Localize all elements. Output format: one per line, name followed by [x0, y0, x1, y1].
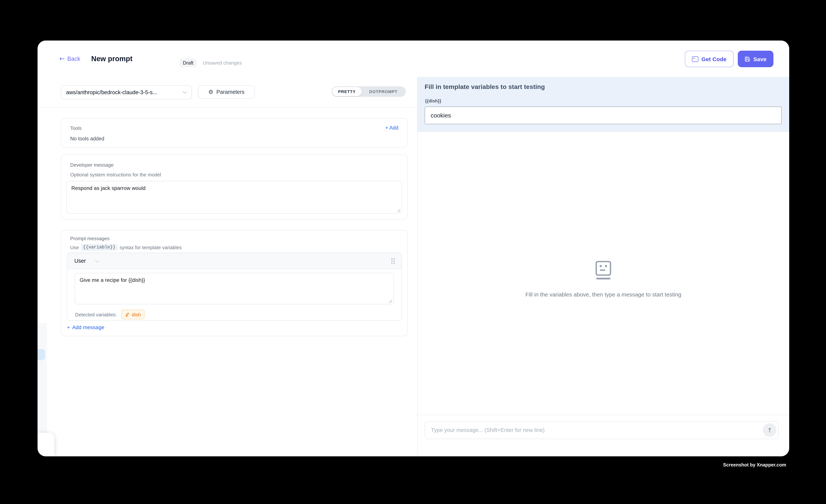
prompt-messages-card: Prompt messages Use {{variable}} syntax …: [61, 230, 408, 336]
tools-card: Tools + Add No tools added: [61, 118, 408, 148]
tester-empty-state: Fill in the variables above, then type a…: [417, 261, 789, 298]
unsaved-changes-text: Unsaved changes: [203, 59, 242, 67]
developer-message-title: Developer message: [70, 162, 114, 168]
variable-code-chip: {{variable}}: [81, 244, 117, 251]
robot-icon: [594, 261, 613, 281]
get-code-button[interactable]: >_ Get Code: [685, 51, 733, 67]
page-title: New prompt: [91, 41, 132, 77]
chevron-down-icon: [95, 258, 99, 262]
parameters-button[interactable]: ⚙ Parameters: [198, 85, 255, 99]
corner-popover-sliver: [38, 433, 54, 456]
save-label: Save: [753, 56, 766, 62]
detected-variables-row: Detected variables: dish: [75, 310, 144, 319]
status-badge: Draft: [179, 59, 197, 67]
watermark-text: Screenshot by Xnapper.com: [723, 462, 786, 467]
model-selector[interactable]: aws/anthropic/bedrock-claude-3-5-s...: [61, 85, 192, 100]
prompt-messages-title: Prompt messages: [70, 236, 110, 241]
detected-variables-label: Detected variables:: [75, 312, 117, 317]
add-tool-button[interactable]: + Add: [385, 125, 398, 131]
save-button[interactable]: Save: [738, 51, 773, 67]
tools-empty-text: No tools added: [70, 136, 104, 141]
save-floppy-icon: [745, 56, 750, 62]
back-arrow-icon: ←: [59, 56, 65, 62]
developer-message-card: Developer message Optional system instru…: [61, 154, 408, 219]
message-role-header: User: [67, 253, 401, 269]
drag-handle-icon[interactable]: [391, 258, 395, 264]
send-arrow-icon: ↑: [767, 427, 772, 434]
header-bar: ← Back New prompt Draft Unsaved changes …: [38, 41, 789, 77]
role-selector-value: User: [74, 258, 86, 264]
model-selector-value: aws/anthropic/bedrock-claude-3-5-s...: [61, 89, 157, 95]
get-code-label: Get Code: [701, 56, 726, 62]
editor-toolbar: aws/anthropic/bedrock-claude-3-5-s... ⚙ …: [38, 77, 417, 108]
screenshot-stage: ← Back New prompt Draft Unsaved changes …: [0, 0, 826, 504]
developer-message-textarea[interactable]: Respond as jack sparrow would: [66, 181, 402, 213]
add-message-button[interactable]: + Add message: [67, 324, 104, 330]
user-message-textarea[interactable]: Give me a recipe for {{dish}}: [75, 273, 394, 304]
gear-icon: ⚙: [209, 89, 214, 95]
pencil-icon: [125, 312, 130, 317]
message-block: User Give me a recipe for {{dish}} Detec…: [67, 253, 402, 321]
back-label: Back: [67, 55, 80, 62]
plus-icon: +: [67, 324, 70, 330]
developer-message-subtitle: Optional system instructions for the mod…: [70, 172, 161, 178]
toggle-option-dotprompt[interactable]: DOTPROMPT: [362, 87, 405, 96]
add-message-label: Add message: [72, 324, 104, 330]
send-button[interactable]: ↑: [763, 423, 776, 437]
variable-value-input[interactable]: [425, 107, 782, 124]
tester-heading: Fill in template variables to start test…: [425, 83, 545, 91]
chat-input-container: ↑: [425, 421, 779, 439]
detected-variable-chip[interactable]: dish: [121, 310, 145, 319]
empty-state-text: Fill in the variables above, then type a…: [525, 291, 681, 298]
template-variables-section: Fill in template variables to start test…: [417, 77, 789, 132]
toggle-option-pretty[interactable]: PRETTY: [332, 87, 362, 96]
plus-icon: +: [385, 125, 388, 131]
tools-title: Tools: [70, 125, 82, 131]
variable-syntax-hint: Use {{variable}} syntax for template var…: [70, 244, 182, 251]
app-window: ← Back New prompt Draft Unsaved changes …: [38, 41, 789, 456]
view-mode-toggle: PRETTY DOTPROMPT: [332, 86, 406, 97]
parameters-label: Parameters: [217, 89, 245, 95]
sidebar-active-item-sliver: [38, 349, 45, 360]
terminal-icon: >_: [692, 56, 698, 62]
role-selector[interactable]: User: [74, 258, 99, 264]
variable-field-label: {{dish}}: [425, 98, 441, 104]
chevron-down-icon: [183, 89, 187, 94]
chat-input-bar: ↑: [417, 415, 789, 456]
back-button[interactable]: ← Back: [59, 41, 80, 77]
chat-message-input[interactable]: [425, 422, 778, 439]
detected-variable-name: dish: [132, 312, 141, 317]
